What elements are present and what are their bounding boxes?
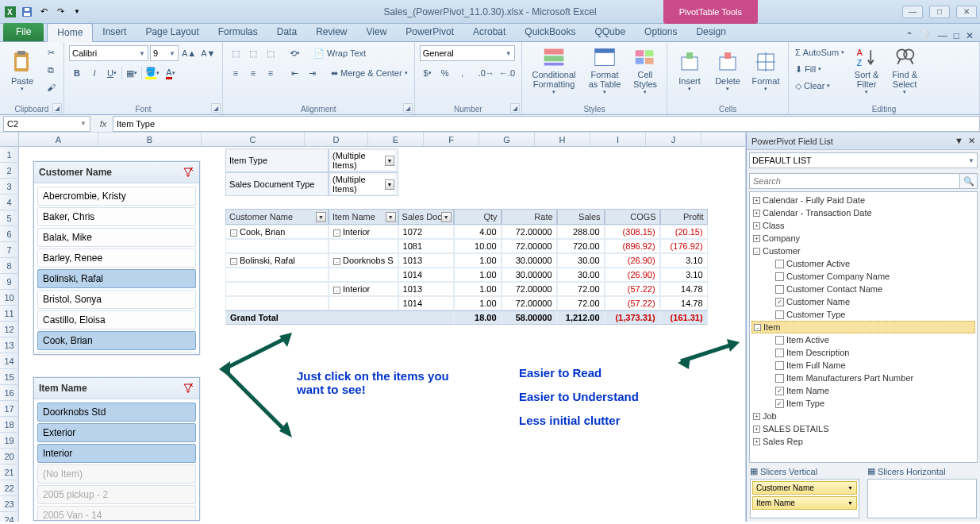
increase-decimal-icon[interactable]: .0→ xyxy=(477,65,496,81)
slicer-item[interactable]: Bristol, Sonya xyxy=(37,290,196,309)
row-header[interactable]: 16 xyxy=(0,385,19,401)
checkbox[interactable] xyxy=(775,285,784,294)
fill-color-button[interactable]: 🪣▾ xyxy=(144,65,161,81)
font-launcher[interactable]: ◢ xyxy=(211,103,221,113)
collapse-icon[interactable]: - xyxy=(230,258,237,265)
pivot-header[interactable]: Sales xyxy=(557,209,605,225)
row-header[interactable]: 1 xyxy=(0,147,19,163)
tab-view[interactable]: View xyxy=(357,23,397,41)
insert-cells-button[interactable]: Insert▾ xyxy=(672,44,707,97)
field-tree-item[interactable]: -Item xyxy=(751,321,975,333)
field-tree-item[interactable]: ✓Item Name xyxy=(751,384,975,397)
collapse-icon[interactable]: - xyxy=(333,287,340,294)
tree-expand-icon[interactable]: + xyxy=(753,235,760,242)
cell-styles-button[interactable]: Cell Styles▾ xyxy=(628,44,662,97)
slicer-item-name[interactable]: Item Name Doorknobs StdExteriorInterior(… xyxy=(33,377,200,521)
tab-formulas[interactable]: Formulas xyxy=(209,23,267,41)
field-tree-item[interactable]: Item Description xyxy=(751,346,975,359)
orientation-icon[interactable]: ⟲▾ xyxy=(286,45,302,61)
slicer-chip[interactable]: Item Name▼ xyxy=(752,496,857,510)
pivot-header[interactable]: Customer Name▼ xyxy=(225,209,329,225)
tab-design[interactable]: Design xyxy=(686,23,735,41)
slicer-customer-name[interactable]: Customer Name Abercrombie, KristyBaker, … xyxy=(33,161,200,355)
collapse-icon[interactable]: - xyxy=(333,229,340,237)
slicer-item[interactable]: (No Item) xyxy=(37,464,196,484)
field-tree-item[interactable]: +Company xyxy=(751,232,975,245)
align-left-icon[interactable]: ≡ xyxy=(228,65,244,81)
format-painter-icon[interactable]: 🖌 xyxy=(43,79,59,95)
field-tree-item[interactable]: +Calendar - Fully Paid Date xyxy=(751,194,975,206)
fill-button[interactable]: ⬇ Fill▾ xyxy=(794,61,846,77)
column-header[interactable]: E xyxy=(368,133,424,146)
slicer-item[interactable]: Castillo, Eloisa xyxy=(37,310,196,329)
tab-data[interactable]: Data xyxy=(267,23,306,41)
pivot-table[interactable]: Item Type(Multiple Items)▼Sales Document… xyxy=(225,148,708,325)
fieldlist-search-input[interactable] xyxy=(749,173,960,189)
tab-quickbooks[interactable]: QuickBooks xyxy=(515,23,585,41)
maximize-button[interactable]: □ xyxy=(929,6,950,18)
tree-expand-icon[interactable]: + xyxy=(753,197,760,204)
slicer-item[interactable]: 2005 Van - 14 xyxy=(37,506,196,520)
collapse-icon[interactable]: - xyxy=(230,229,237,237)
field-tree-item[interactable]: ✓Item Type xyxy=(751,397,975,410)
fieldlist-tree[interactable]: +Calendar - Fully Paid Date+Calendar - T… xyxy=(749,191,978,463)
comma-button[interactable]: , xyxy=(455,65,471,81)
pivot-row[interactable]: -Bolinski, Rafal-Doorknobs S10131.0030.0… xyxy=(225,253,708,268)
row-header[interactable]: 6 xyxy=(0,226,19,242)
column-header[interactable]: F xyxy=(424,133,479,146)
tree-expand-icon[interactable]: - xyxy=(754,324,761,331)
grid[interactable]: Customer Name Abercrombie, KristyBaker, … xyxy=(19,147,745,522)
italic-button[interactable]: I xyxy=(86,65,102,81)
clear-filter-icon[interactable] xyxy=(182,166,194,179)
border-button[interactable]: ▦▾ xyxy=(124,65,140,81)
slicer-item[interactable]: Exterior xyxy=(37,423,196,442)
align-middle-icon[interactable]: ⬚ xyxy=(245,45,261,61)
checkbox[interactable] xyxy=(775,349,784,357)
field-tree-item[interactable]: Customer Contact Name xyxy=(751,283,975,295)
align-right-icon[interactable]: ≡ xyxy=(263,65,279,81)
tree-expand-icon[interactable]: - xyxy=(753,248,760,255)
qat-more-icon[interactable]: ▼ xyxy=(70,5,84,19)
format-cells-button[interactable]: Format▾ xyxy=(748,44,783,97)
worksheet[interactable]: ABCDEFGHIJ 12345678910111213141516171819… xyxy=(0,133,746,522)
fieldlist-combo[interactable]: DEFAULT LIST▼ xyxy=(749,152,978,168)
tab-acrobat[interactable]: Acrobat xyxy=(463,23,515,41)
collapse-icon[interactable]: - xyxy=(333,258,340,265)
format-as-table-button[interactable]: Format as Table▾ xyxy=(584,44,625,97)
fieldlist-options-icon[interactable]: ▼ xyxy=(955,136,963,146)
field-tree-item[interactable]: +Sales Rep xyxy=(751,435,975,448)
clear-button[interactable]: ◇ Clear▾ xyxy=(794,78,846,94)
checkbox[interactable] xyxy=(775,361,784,370)
tree-expand-icon[interactable]: + xyxy=(753,426,760,433)
row-header[interactable]: 18 xyxy=(0,417,19,433)
field-tree-item[interactable]: +SALES DETAILS xyxy=(751,422,975,435)
doc-close-icon[interactable]: ✕ xyxy=(966,30,974,41)
row-header[interactable]: 17 xyxy=(0,401,19,417)
checkbox[interactable] xyxy=(775,310,784,319)
pivot-row[interactable]: 10141.0030.0000030.00(26.90)3.10 xyxy=(225,268,708,282)
fx-button[interactable]: fx xyxy=(94,119,113,129)
column-filter-icon[interactable]: ▼ xyxy=(441,212,452,222)
checkbox[interactable]: ✓ xyxy=(775,298,784,306)
ribbon-minimize-icon[interactable]: ⌃ xyxy=(905,30,913,41)
column-header[interactable]: A xyxy=(19,133,98,146)
merge-center-button[interactable]: ⬌Merge & Center▾ xyxy=(329,65,409,81)
tab-insert[interactable]: Insert xyxy=(93,23,136,41)
pivot-header[interactable]: Sales Docu▼ xyxy=(398,209,454,225)
pivot-row[interactable]: -Interior10131.0072.0000072.00(57.22)14.… xyxy=(225,282,708,296)
close-button[interactable]: ✕ xyxy=(956,6,977,18)
row-header[interactable]: 15 xyxy=(0,369,19,385)
find-select-button[interactable]: Find & Select▾ xyxy=(887,44,922,97)
column-header[interactable]: D xyxy=(305,133,368,146)
column-header[interactable]: I xyxy=(590,133,646,146)
row-header[interactable]: 22 xyxy=(0,480,19,496)
field-tree-item[interactable]: -Customer xyxy=(751,245,975,257)
tab-review[interactable]: Review xyxy=(306,23,356,41)
pivot-filter-value[interactable]: (Multiple Items)▼ xyxy=(332,151,394,170)
column-header[interactable]: J xyxy=(646,133,701,146)
tree-expand-icon[interactable]: + xyxy=(753,210,760,217)
redo-icon[interactable]: ↷ xyxy=(53,5,67,19)
field-tree-item[interactable]: Item Full Name xyxy=(751,359,975,372)
field-tree-item[interactable]: +Job xyxy=(751,410,975,422)
undo-icon[interactable]: ↶ xyxy=(37,5,51,19)
